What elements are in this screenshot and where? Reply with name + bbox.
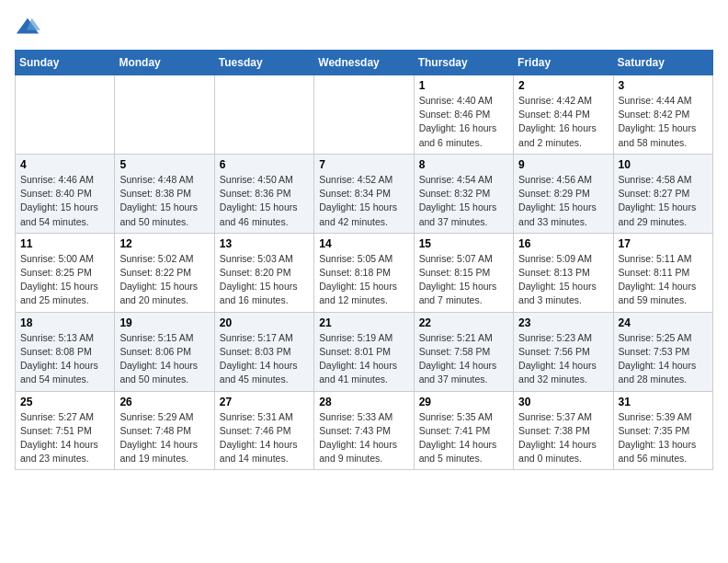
calendar-cell: 23Sunrise: 5:23 AMSunset: 7:56 PMDayligh… bbox=[514, 312, 613, 391]
day-number: 29 bbox=[419, 396, 508, 408]
day-number: 9 bbox=[518, 158, 608, 171]
calendar-cell: 7Sunrise: 4:52 AMSunset: 8:34 PMDaylight… bbox=[314, 154, 414, 233]
weekday-header-tuesday: Tuesday bbox=[214, 51, 313, 75]
day-info: Sunrise: 4:50 AMSunset: 8:36 PMDaylight:… bbox=[220, 173, 309, 229]
day-info: Sunrise: 5:13 AMSunset: 8:08 PMDaylight:… bbox=[20, 331, 109, 387]
calendar-cell: 2Sunrise: 4:42 AMSunset: 8:44 PMDaylight… bbox=[514, 75, 613, 155]
calendar-cell: 14Sunrise: 5:05 AMSunset: 8:18 PMDayligh… bbox=[314, 233, 414, 312]
calendar-cell: 4Sunrise: 4:46 AMSunset: 8:40 PMDaylight… bbox=[16, 154, 115, 233]
day-info: Sunrise: 4:40 AMSunset: 8:46 PMDaylight:… bbox=[419, 94, 508, 150]
day-info: Sunrise: 5:25 AMSunset: 7:53 PMDaylight:… bbox=[619, 331, 708, 387]
day-info: Sunrise: 5:02 AMSunset: 8:22 PMDaylight:… bbox=[119, 252, 209, 308]
day-info: Sunrise: 4:54 AMSunset: 8:32 PMDaylight:… bbox=[419, 173, 508, 229]
calendar-cell: 15Sunrise: 5:07 AMSunset: 8:15 PMDayligh… bbox=[414, 233, 513, 312]
calendar-cell bbox=[16, 75, 115, 155]
day-number: 26 bbox=[119, 396, 209, 408]
day-info: Sunrise: 4:44 AMSunset: 8:42 PMDaylight:… bbox=[619, 94, 708, 150]
day-number: 13 bbox=[220, 237, 309, 250]
day-number: 18 bbox=[20, 316, 109, 329]
day-info: Sunrise: 5:05 AMSunset: 8:18 PMDaylight:… bbox=[319, 252, 408, 308]
day-number: 10 bbox=[619, 158, 708, 171]
day-number: 27 bbox=[220, 396, 309, 408]
calendar-cell bbox=[115, 75, 214, 155]
day-number: 16 bbox=[518, 237, 608, 250]
day-number: 8 bbox=[419, 158, 508, 171]
day-number: 22 bbox=[419, 316, 508, 329]
calendar-week-row: 11Sunrise: 5:00 AMSunset: 8:25 PMDayligh… bbox=[16, 233, 713, 312]
day-info: Sunrise: 5:00 AMSunset: 8:25 PMDaylight:… bbox=[20, 252, 109, 308]
calendar-cell: 10Sunrise: 4:58 AMSunset: 8:27 PMDayligh… bbox=[613, 154, 712, 233]
day-number: 17 bbox=[619, 237, 708, 250]
day-info: Sunrise: 5:09 AMSunset: 8:13 PMDaylight:… bbox=[518, 252, 608, 308]
weekday-header-saturday: Saturday bbox=[613, 51, 712, 75]
day-number: 23 bbox=[518, 316, 608, 329]
day-info: Sunrise: 4:58 AMSunset: 8:27 PMDaylight:… bbox=[619, 173, 708, 229]
day-info: Sunrise: 5:15 AMSunset: 8:06 PMDaylight:… bbox=[119, 331, 209, 387]
day-info: Sunrise: 5:37 AMSunset: 7:38 PMDaylight:… bbox=[518, 410, 608, 466]
day-info: Sunrise: 4:42 AMSunset: 8:44 PMDaylight:… bbox=[518, 94, 608, 150]
weekday-header-sunday: Sunday bbox=[16, 51, 115, 75]
day-info: Sunrise: 5:23 AMSunset: 7:56 PMDaylight:… bbox=[518, 331, 608, 387]
day-number: 2 bbox=[518, 79, 608, 92]
day-number: 14 bbox=[319, 237, 408, 250]
calendar-cell: 1Sunrise: 4:40 AMSunset: 8:46 PMDaylight… bbox=[414, 75, 513, 155]
calendar-week-row: 18Sunrise: 5:13 AMSunset: 8:08 PMDayligh… bbox=[16, 312, 713, 391]
day-info: Sunrise: 5:29 AMSunset: 7:48 PMDaylight:… bbox=[119, 410, 209, 466]
day-info: Sunrise: 5:35 AMSunset: 7:41 PMDaylight:… bbox=[419, 410, 508, 466]
day-number: 24 bbox=[619, 316, 708, 329]
calendar-cell: 6Sunrise: 4:50 AMSunset: 8:36 PMDaylight… bbox=[214, 154, 313, 233]
calendar-cell: 29Sunrise: 5:35 AMSunset: 7:41 PMDayligh… bbox=[414, 391, 513, 470]
day-number: 5 bbox=[119, 158, 209, 171]
day-number: 20 bbox=[220, 316, 309, 329]
calendar-cell: 17Sunrise: 5:11 AMSunset: 8:11 PMDayligh… bbox=[613, 233, 712, 312]
weekday-header-monday: Monday bbox=[115, 51, 214, 75]
calendar-cell: 18Sunrise: 5:13 AMSunset: 8:08 PMDayligh… bbox=[16, 312, 115, 391]
calendar-cell: 19Sunrise: 5:15 AMSunset: 8:06 PMDayligh… bbox=[115, 312, 214, 391]
logo-icon bbox=[15, 15, 40, 40]
calendar-table: SundayMondayTuesdayWednesdayThursdayFrid… bbox=[15, 50, 713, 470]
calendar-week-row: 1Sunrise: 4:40 AMSunset: 8:46 PMDaylight… bbox=[16, 75, 713, 155]
day-number: 6 bbox=[220, 158, 309, 171]
weekday-header-thursday: Thursday bbox=[414, 51, 513, 75]
calendar-cell: 21Sunrise: 5:19 AMSunset: 8:01 PMDayligh… bbox=[314, 312, 414, 391]
calendar-cell: 8Sunrise: 4:54 AMSunset: 8:32 PMDaylight… bbox=[414, 154, 513, 233]
calendar-cell: 9Sunrise: 4:56 AMSunset: 8:29 PMDaylight… bbox=[514, 154, 613, 233]
calendar-cell: 12Sunrise: 5:02 AMSunset: 8:22 PMDayligh… bbox=[115, 233, 214, 312]
day-number: 4 bbox=[20, 158, 109, 171]
calendar-cell: 22Sunrise: 5:21 AMSunset: 7:58 PMDayligh… bbox=[414, 312, 513, 391]
day-info: Sunrise: 5:07 AMSunset: 8:15 PMDaylight:… bbox=[419, 252, 508, 308]
day-info: Sunrise: 5:27 AMSunset: 7:51 PMDaylight:… bbox=[20, 410, 109, 466]
calendar-cell: 3Sunrise: 4:44 AMSunset: 8:42 PMDaylight… bbox=[613, 75, 712, 155]
calendar-cell: 31Sunrise: 5:39 AMSunset: 7:35 PMDayligh… bbox=[613, 391, 712, 470]
day-info: Sunrise: 5:21 AMSunset: 7:58 PMDaylight:… bbox=[419, 331, 508, 387]
day-info: Sunrise: 5:03 AMSunset: 8:20 PMDaylight:… bbox=[220, 252, 309, 308]
day-number: 19 bbox=[119, 316, 209, 329]
calendar-cell: 16Sunrise: 5:09 AMSunset: 8:13 PMDayligh… bbox=[514, 233, 613, 312]
calendar-cell: 5Sunrise: 4:48 AMSunset: 8:38 PMDaylight… bbox=[115, 154, 214, 233]
day-number: 7 bbox=[319, 158, 408, 171]
day-number: 31 bbox=[619, 396, 708, 408]
day-info: Sunrise: 5:31 AMSunset: 7:46 PMDaylight:… bbox=[220, 410, 309, 466]
day-info: Sunrise: 4:56 AMSunset: 8:29 PMDaylight:… bbox=[518, 173, 608, 229]
day-number: 15 bbox=[419, 237, 508, 250]
calendar-cell: 20Sunrise: 5:17 AMSunset: 8:03 PMDayligh… bbox=[214, 312, 313, 391]
calendar-cell: 13Sunrise: 5:03 AMSunset: 8:20 PMDayligh… bbox=[214, 233, 313, 312]
day-number: 11 bbox=[20, 237, 109, 250]
calendar-cell: 27Sunrise: 5:31 AMSunset: 7:46 PMDayligh… bbox=[214, 391, 313, 470]
day-info: Sunrise: 4:48 AMSunset: 8:38 PMDaylight:… bbox=[119, 173, 209, 229]
logo bbox=[15, 15, 44, 40]
day-number: 1 bbox=[419, 79, 508, 92]
weekday-header-friday: Friday bbox=[514, 51, 613, 75]
calendar-cell: 11Sunrise: 5:00 AMSunset: 8:25 PMDayligh… bbox=[16, 233, 115, 312]
calendar-cell: 24Sunrise: 5:25 AMSunset: 7:53 PMDayligh… bbox=[613, 312, 712, 391]
calendar-cell bbox=[314, 75, 414, 155]
calendar-cell: 28Sunrise: 5:33 AMSunset: 7:43 PMDayligh… bbox=[314, 391, 414, 470]
day-info: Sunrise: 5:39 AMSunset: 7:35 PMDaylight:… bbox=[619, 410, 708, 466]
day-info: Sunrise: 5:17 AMSunset: 8:03 PMDaylight:… bbox=[220, 331, 309, 387]
day-number: 28 bbox=[319, 396, 408, 408]
calendar-week-row: 25Sunrise: 5:27 AMSunset: 7:51 PMDayligh… bbox=[16, 391, 713, 470]
calendar-cell: 30Sunrise: 5:37 AMSunset: 7:38 PMDayligh… bbox=[514, 391, 613, 470]
day-info: Sunrise: 5:19 AMSunset: 8:01 PMDaylight:… bbox=[319, 331, 408, 387]
day-number: 25 bbox=[20, 396, 109, 408]
calendar-cell: 26Sunrise: 5:29 AMSunset: 7:48 PMDayligh… bbox=[115, 391, 214, 470]
